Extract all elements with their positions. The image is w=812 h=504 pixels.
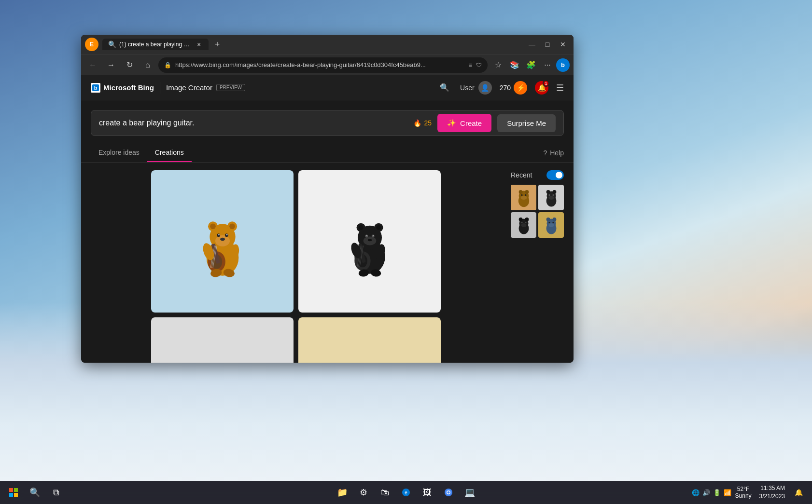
taskbar-store[interactable]: 🛍	[375, 483, 394, 502]
svg-text:b: b	[94, 85, 98, 91]
tab-close-button[interactable]: ✕	[195, 41, 203, 48]
taskbar-edge[interactable]: e	[396, 483, 416, 502]
svg-point-101	[548, 196, 554, 200]
svg-point-99	[546, 190, 550, 194]
tray-bluetooth[interactable]: 📶	[724, 489, 731, 496]
collections-button[interactable]: 📚	[507, 57, 522, 73]
home-button[interactable]: ⌂	[140, 57, 155, 73]
taskbar-weather: 52°F Sunny	[735, 486, 752, 499]
new-tab-button[interactable]: +	[210, 38, 224, 51]
taskbar-photos[interactable]: 🖼	[418, 483, 437, 502]
svg-rect-118	[9, 488, 13, 492]
image-creator-text: Image Creator	[166, 83, 212, 92]
minimize-button[interactable]: —	[525, 38, 539, 51]
tab-creations[interactable]: Creations	[147, 144, 192, 162]
bing-logo[interactable]: b Microsoft Bing	[91, 83, 154, 93]
address-text: https://www.bing.com/images/create/creat…	[175, 61, 465, 68]
browser-tab-active[interactable]: 🔍 (1) create a bear playing guitar - ✕	[102, 39, 209, 50]
close-button[interactable]: ✕	[556, 38, 570, 51]
svg-point-95	[521, 194, 522, 195]
header-left: b Microsoft Bing Image Creator PREVIEW	[91, 82, 245, 94]
notification-badge: 1	[543, 80, 549, 87]
recent-thumb-4[interactable]	[538, 212, 564, 238]
surprise-button[interactable]: Surprise Me	[497, 114, 556, 132]
recent-label-area: Recent	[511, 170, 564, 180]
recent-thumb-1[interactable]	[511, 185, 536, 210]
create-icon: ✨	[447, 119, 456, 127]
recent-text: Recent	[511, 171, 532, 179]
bing-logo-text: Microsoft Bing	[103, 83, 154, 92]
back-button[interactable]: ←	[85, 57, 100, 73]
taskbar-file-explorer[interactable]: 📁	[333, 483, 352, 502]
tray-battery[interactable]: 🔋	[713, 489, 721, 496]
image-card-1[interactable]	[151, 170, 294, 313]
svg-text:e: e	[405, 490, 407, 495]
help-button[interactable]: ? Help	[543, 149, 564, 157]
search-btn[interactable]: 🔍	[437, 80, 452, 95]
start-button[interactable]	[4, 483, 23, 502]
browser-profile-button[interactable]: E	[85, 38, 98, 51]
window-controls: — □ ✕	[525, 38, 570, 51]
svg-point-114	[552, 218, 556, 221]
browser-titlebar: E 🔍 (1) create a bear playing guitar - ✕…	[81, 35, 574, 54]
tray-volume[interactable]: 🔊	[702, 489, 710, 496]
recent-thumbnails-grid	[511, 185, 564, 238]
create-label: Create	[460, 119, 482, 127]
user-area[interactable]: User 👤	[460, 81, 492, 95]
search-input[interactable]	[99, 119, 407, 127]
svg-rect-119	[14, 488, 18, 492]
svg-point-12	[226, 234, 227, 235]
image-card-3[interactable]	[151, 317, 294, 363]
forward-button[interactable]: →	[103, 57, 119, 73]
extensions-button[interactable]: 🧩	[523, 57, 539, 73]
bic-container: b Microsoft Bing Image Creator PREVIEW 🔍	[81, 75, 574, 363]
reader-icon: ≡	[469, 62, 472, 68]
recent-toggle[interactable]	[546, 170, 564, 180]
tab-bar: 🔍 (1) create a bear playing guitar - ✕ +	[102, 38, 521, 51]
svg-point-35	[367, 239, 371, 241]
svg-point-94	[520, 196, 527, 200]
create-button[interactable]: ✨ Create	[437, 114, 491, 132]
svg-point-108	[521, 223, 526, 227]
favorites-button[interactable]: ☆	[490, 57, 506, 73]
svg-point-96	[525, 194, 526, 195]
notification-button[interactable]: 🔔 1	[535, 81, 548, 95]
tabs-left: Explore ideas Creations	[91, 144, 192, 162]
image-card-4[interactable]	[298, 317, 441, 363]
taskbar-settings[interactable]: ⚙	[354, 483, 373, 502]
image-creator-label: Image Creator PREVIEW	[166, 83, 245, 92]
svg-point-115	[548, 223, 554, 227]
svg-point-107	[525, 218, 529, 221]
taskbar-clock[interactable]: 11:35 AM 3/21/2023	[759, 484, 785, 501]
coin-fire-icon: 🔥	[413, 119, 421, 127]
more-button[interactable]: ···	[540, 57, 555, 73]
image-card-2[interactable]	[298, 170, 441, 313]
recent-thumb-2[interactable]	[538, 185, 564, 210]
maximize-button[interactable]: □	[541, 38, 554, 51]
image-2	[298, 170, 441, 313]
search-taskbar-button[interactable]: 🔍	[25, 483, 44, 502]
refresh-button[interactable]: ↻	[122, 57, 137, 73]
address-bar[interactable]: 🔒 https://www.bing.com/images/create/cre…	[158, 57, 488, 73]
notification-center-button[interactable]: 🔔	[789, 483, 808, 502]
hamburger-menu[interactable]: ☰	[556, 82, 564, 93]
image-1	[151, 170, 294, 313]
bing-button[interactable]: b	[556, 58, 570, 72]
tabs-section: Explore ideas Creations ? Help	[81, 144, 574, 163]
tab-explore-ideas[interactable]: Explore ideas	[91, 144, 147, 162]
taskbar-right: 🌐 🔊 🔋 📶 52°F Sunny 11:35 AM 3/21/2023 🔔	[692, 483, 808, 502]
search-section: 🔥 25 ✨ Create Surprise Me	[81, 100, 574, 144]
taskbar-terminal[interactable]: 💻	[460, 483, 479, 502]
svg-rect-120	[9, 493, 13, 497]
coin-count: 25	[424, 119, 432, 127]
system-tray: 🌐 🔊 🔋 📶	[692, 489, 731, 496]
taskbar-chrome[interactable]	[439, 483, 458, 502]
svg-point-34	[373, 235, 374, 236]
weather-temp: 52°F	[735, 486, 752, 492]
coins-count: 270	[500, 84, 511, 92]
user-avatar: 👤	[478, 81, 492, 95]
tray-network[interactable]: 🌐	[692, 489, 700, 496]
clock-date: 3/21/2023	[759, 492, 785, 501]
task-view-button[interactable]: ⧉	[46, 483, 66, 502]
recent-thumb-3[interactable]	[511, 212, 536, 238]
